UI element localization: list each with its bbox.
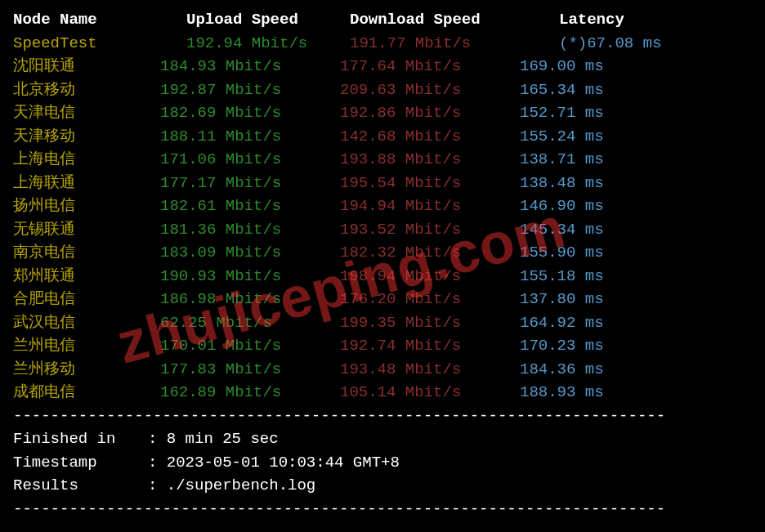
node-name: 天津移动 (13, 125, 160, 149)
latency: 137.80 ms (520, 288, 683, 311)
upload-speed: 182.69 Mbit/s (160, 101, 340, 125)
speedtest-latency: (*)67.08 ms (520, 32, 683, 56)
download-speed: 192.74 Mbit/s (340, 334, 520, 358)
node-name: 南京电信 (13, 241, 160, 265)
upload-speed: 177.17 Mbit/s (160, 172, 340, 195)
node-name: 无锡联通 (13, 218, 160, 242)
timestamp-label: Timestamp (13, 451, 148, 475)
table-row: 沈阳联通184.93 Mbit/s177.64 Mbit/s169.00 ms (13, 55, 752, 78)
header-download: Download Speed (340, 8, 520, 32)
node-name: 郑州联通 (13, 265, 160, 288)
node-name: 兰州电信 (13, 334, 160, 358)
header-upload: Upload Speed (160, 8, 340, 32)
node-name: 天津电信 (13, 101, 160, 125)
download-speed: 194.94 Mbit/s (340, 194, 520, 218)
node-name: 北京移动 (13, 78, 160, 102)
download-speed: 192.86 Mbit/s (340, 101, 520, 125)
upload-speed: 186.98 Mbit/s (160, 288, 340, 311)
node-name: 武汉电信 (13, 311, 160, 335)
speedtest-name: SpeedTest (13, 32, 160, 56)
footer-timestamp: Timestamp : 2023-05-01 10:03:44 GMT+8 (13, 451, 752, 475)
upload-speed: 62.25 Mbit/s (160, 311, 340, 335)
upload-speed: 182.61 Mbit/s (160, 194, 340, 218)
latency: 145.34 ms (520, 218, 683, 242)
table-row: 南京电信183.09 Mbit/s182.32 Mbit/s155.90 ms (13, 241, 752, 265)
download-speed: 209.63 Mbit/s (340, 78, 520, 102)
finished-value: : 8 min 25 sec (148, 427, 279, 451)
upload-speed: 171.06 Mbit/s (160, 148, 340, 172)
node-name: 成都电信 (13, 381, 160, 405)
header-node: Node Name (13, 8, 160, 32)
download-speed: 142.68 Mbit/s (340, 125, 520, 149)
header-latency: Latency (520, 8, 683, 32)
latency: 164.92 ms (520, 311, 683, 335)
table-row: 天津移动188.11 Mbit/s142.68 Mbit/s155.24 ms (13, 125, 752, 149)
upload-speed: 192.87 Mbit/s (160, 78, 340, 102)
download-speed: 199.35 Mbit/s (340, 311, 520, 335)
table-row: 上海联通177.17 Mbit/s195.54 Mbit/s138.48 ms (13, 172, 752, 195)
latency: 138.71 ms (520, 148, 683, 172)
results-value: : ./superbench.log (148, 474, 315, 498)
download-speed: 193.88 Mbit/s (340, 148, 520, 172)
footer-finished: Finished in : 8 min 25 sec (13, 427, 752, 451)
speedtest-row: SpeedTest 192.94 Mbit/s 191.77 Mbit/s (*… (13, 32, 752, 56)
table-header: Node Name Upload Speed Download Speed La… (13, 8, 752, 32)
latency: 165.34 ms (520, 78, 683, 102)
table-row: 兰州电信170.01 Mbit/s192.74 Mbit/s170.23 ms (13, 334, 752, 358)
upload-speed: 183.09 Mbit/s (160, 241, 340, 265)
node-name: 上海联通 (13, 172, 160, 195)
latency: 138.48 ms (520, 172, 683, 195)
latency: 152.71 ms (520, 101, 683, 125)
node-name: 沈阳联通 (13, 55, 160, 78)
latency: 169.00 ms (520, 55, 683, 78)
table-row: 北京移动192.87 Mbit/s209.63 Mbit/s165.34 ms (13, 78, 752, 102)
download-speed: 105.14 Mbit/s (340, 381, 520, 405)
upload-speed: 162.89 Mbit/s (160, 381, 340, 405)
download-speed: 195.54 Mbit/s (340, 172, 520, 195)
download-speed: 193.52 Mbit/s (340, 218, 520, 242)
node-name: 合肥电信 (13, 288, 160, 311)
table-row: 上海电信171.06 Mbit/s193.88 Mbit/s138.71 ms (13, 148, 752, 172)
table-row: 武汉电信62.25 Mbit/s199.35 Mbit/s164.92 ms (13, 311, 752, 335)
speedtest-download: 191.77 Mbit/s (340, 32, 520, 56)
upload-speed: 188.11 Mbit/s (160, 125, 340, 149)
latency: 146.90 ms (520, 194, 683, 218)
latency: 188.93 ms (520, 381, 683, 405)
divider: ----------------------------------------… (13, 405, 752, 428)
table-row: 合肥电信186.98 Mbit/s176.20 Mbit/s137.80 ms (13, 288, 752, 311)
download-speed: 177.64 Mbit/s (340, 55, 520, 78)
upload-speed: 190.93 Mbit/s (160, 265, 340, 288)
footer-results: Results : ./superbench.log (13, 474, 752, 498)
table-row: 郑州联通190.93 Mbit/s198.94 Mbit/s155.18 ms (13, 265, 752, 288)
latency: 170.23 ms (520, 334, 683, 358)
latency: 155.24 ms (520, 125, 683, 149)
node-name: 兰州移动 (13, 358, 160, 382)
download-speed: 182.32 Mbit/s (340, 241, 520, 265)
speedtest-upload: 192.94 Mbit/s (160, 32, 340, 56)
divider-bottom: ----------------------------------------… (13, 498, 752, 521)
table-row: 无锡联通181.36 Mbit/s193.52 Mbit/s145.34 ms (13, 218, 752, 242)
download-speed: 193.48 Mbit/s (340, 358, 520, 382)
upload-speed: 184.93 Mbit/s (160, 55, 340, 78)
latency: 184.36 ms (520, 358, 683, 382)
table-row: 天津电信182.69 Mbit/s192.86 Mbit/s152.71 ms (13, 101, 752, 125)
download-speed: 176.20 Mbit/s (340, 288, 520, 311)
table-row: 兰州移动177.83 Mbit/s193.48 Mbit/s184.36 ms (13, 358, 752, 382)
upload-speed: 170.01 Mbit/s (160, 334, 340, 358)
table-row: 成都电信162.89 Mbit/s105.14 Mbit/s188.93 ms (13, 381, 752, 405)
timestamp-value: : 2023-05-01 10:03:44 GMT+8 (148, 451, 400, 475)
finished-label: Finished in (13, 427, 148, 451)
latency: 155.18 ms (520, 265, 683, 288)
node-name: 扬州电信 (13, 194, 160, 218)
download-speed: 198.94 Mbit/s (340, 265, 520, 288)
node-name: 上海电信 (13, 148, 160, 172)
latency: 155.90 ms (520, 241, 683, 265)
table-row: 扬州电信182.61 Mbit/s194.94 Mbit/s146.90 ms (13, 194, 752, 218)
upload-speed: 177.83 Mbit/s (160, 358, 340, 382)
upload-speed: 181.36 Mbit/s (160, 218, 340, 242)
results-label: Results (13, 474, 148, 498)
